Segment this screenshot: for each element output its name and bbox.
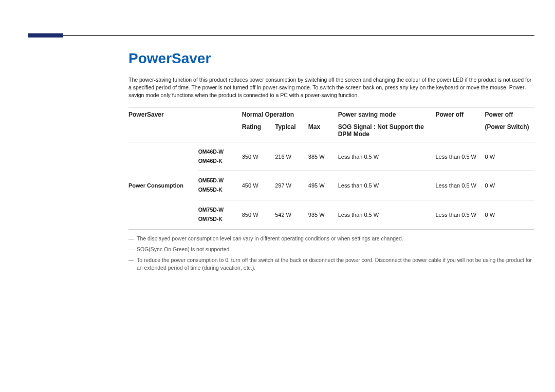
typical-cell: 297 W xyxy=(275,171,308,200)
footnotes: The displayed power consumption level ca… xyxy=(128,235,534,272)
hdr-pswitch: (Power Switch) xyxy=(485,121,534,142)
footnote-item: The displayed power consumption level ca… xyxy=(128,235,534,242)
typical-cell: 542 W xyxy=(275,200,308,230)
top-rule xyxy=(28,35,534,36)
table-row: Power Consumption OM46D-WOM46D-K 350 W 2… xyxy=(128,142,534,171)
typical-cell: 216 W xyxy=(275,142,308,171)
hdr-sog: SOG Signal : Not Support the DPM Mode xyxy=(338,121,436,142)
poff-cell: Less than 0.5 W xyxy=(435,171,485,200)
section-title: PowerSaver xyxy=(128,50,534,67)
model-cell: OM75D-WOM75D-K xyxy=(198,200,242,230)
psm-cell: Less than 0.5 W xyxy=(338,200,436,230)
max-cell: 935 W xyxy=(308,200,338,230)
footnote-item: To reduce the power consumption to 0, tu… xyxy=(128,256,534,272)
poff-cell: Less than 0.5 W xyxy=(435,200,485,230)
hdr-normal-op: Normal Operation xyxy=(242,107,338,121)
model-cell: OM46D-WOM46D-K xyxy=(198,142,242,171)
hdr-poff2: Power off xyxy=(485,107,534,121)
rating-cell: 850 W xyxy=(242,200,275,230)
psm-cell: Less than 0.5 W xyxy=(338,171,436,200)
model-cell: OM55D-WOM55D-K xyxy=(198,171,242,200)
row-label: Power Consumption xyxy=(128,142,198,229)
rating-cell: 450 W xyxy=(242,171,275,200)
footnote-item: SOG(Sync On Green) is not supported. xyxy=(128,246,534,253)
powersaver-table: PowerSaver Normal Operation Power saving… xyxy=(128,107,534,230)
max-cell: 385 W xyxy=(308,142,338,171)
hdr-powersaver: PowerSaver xyxy=(128,107,198,121)
hdr-max: Max xyxy=(308,121,338,142)
chapter-tab-mark xyxy=(28,33,63,38)
poff2-cell: 0 W xyxy=(485,171,534,200)
hdr-rating: Rating xyxy=(242,121,275,142)
psm-cell: Less than 0.5 W xyxy=(338,142,436,171)
hdr-psm: Power saving mode xyxy=(338,107,436,121)
poff2-cell: 0 W xyxy=(485,200,534,230)
hdr-typical: Typical xyxy=(275,121,308,142)
max-cell: 495 W xyxy=(308,171,338,200)
intro-paragraph: The power-saving function of this produc… xyxy=(128,76,534,100)
hdr-poff: Power off xyxy=(435,107,485,121)
poff-cell: Less than 0.5 W xyxy=(435,142,485,171)
rating-cell: 350 W xyxy=(242,142,275,171)
content-area: PowerSaver The power-saving function of … xyxy=(128,50,534,275)
poff2-cell: 0 W xyxy=(485,142,534,171)
